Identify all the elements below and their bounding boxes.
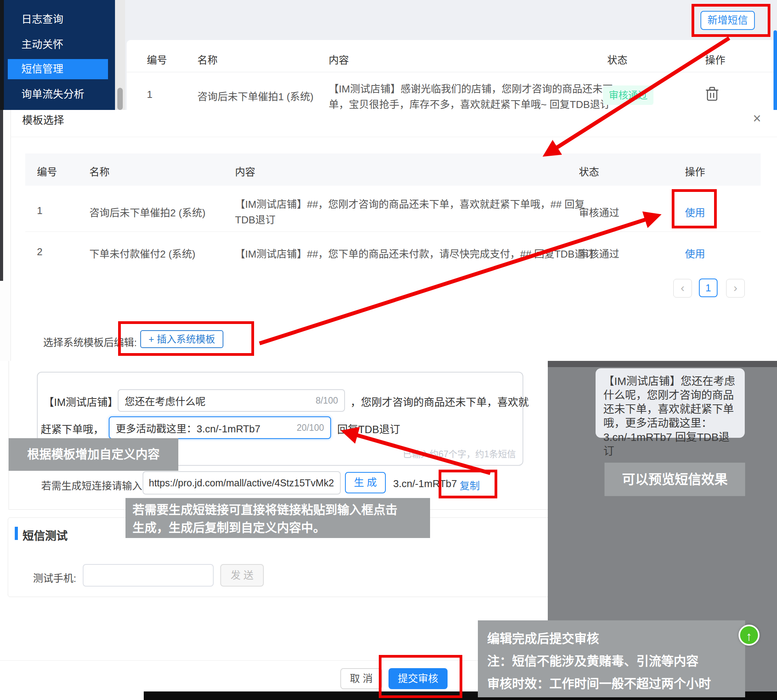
list-row-content-line2: 单，宝贝很抢手，库存不多，喜欢就赶紧下单哦~ 回复TDB退订 [329,96,610,111]
status-badge: 审核通过 [603,85,653,105]
modal-header-divider [10,137,777,137]
highlight-box-insert-template [118,321,254,356]
modal-row-content-line1: 【IM测试店铺】##，您下单的商品还未付款，请尽快完成支付，## 回复TDB退订 [235,246,595,260]
modal-header-name: 名称 [89,164,110,178]
sidebar-item-inquiry-loss-analysis[interactable]: 询单流失分析 [4,84,115,104]
modal-row-name: 下单未付款催付2 (系统) [89,246,195,260]
custom-text-2-counter: 20/100 [297,423,324,433]
use-template-link[interactable]: 使用 [685,246,705,260]
modal-row-content-line1: 【IM测试店铺】##，您刚才咨询的商品还未下单，喜欢就赶紧下单哦，## 回复 [235,196,585,211]
list-row-name: 咨询后未下单催拍1 (系统) [197,89,314,103]
annotation-shortlink-line1: 若需要生成短链接可直接将链接粘贴到输入框点击 [132,501,423,519]
shortlink-url-input[interactable] [143,471,341,495]
cancel-button[interactable]: 取 消 [340,668,382,689]
modal-row-content-line2: TDB退订 [235,212,275,226]
highlight-box-add-sms [692,4,770,37]
modal-row-id: 1 [37,205,42,217]
modal-table-header [25,153,761,186]
list-header-id: 编号 [147,52,167,66]
sms-prefix-label: 【IM测试店铺】 [44,394,118,409]
annotation-submit-line1: 编辑完成后提交审核 [487,627,736,650]
sidebar-item-active-care[interactable]: 主动关怀 [4,35,115,55]
list-header-action: 操作 [705,52,725,66]
pagination-prev-icon[interactable]: ‹ [673,279,692,298]
annotation-preview-tip: 可以预览短信效果 [605,463,745,496]
sidebar-edge [0,0,4,110]
list-row-content-line1: 【IM测试店铺】感谢光临我们的店铺，您刚才咨询的商品还未下 [329,81,613,95]
annotation-submit-line3: 审核时效：工作时间一般不超过两个小时 [487,672,736,695]
modal-row-status: 审核通过 [579,205,619,219]
modal-header-status: 状态 [579,164,599,178]
char-counter: 已输入约67个字，约1条短信 [403,447,516,460]
modal-header-content: 内容 [235,164,255,178]
annotation-submit-tip: 编辑完成后提交审核 注：短信不能涉及黄赌毒、引流等内容 审核时效：工作时间一般不… [478,620,745,697]
list-row-id: 1 [147,89,152,101]
custom-text-1-counter: 8/100 [315,395,338,406]
sms-suffix-text: 回复TDB退订 [337,421,400,436]
custom-text-input-1[interactable]: 您还在考虑什么呢 8/100 [118,389,345,412]
modal-row-id: 2 [37,246,42,258]
sms-test-title: 短信测试 [23,527,68,543]
up-arrow-icon: ↑ [746,629,752,643]
shortlink-label: 若需生成短连接请输入: [41,478,145,492]
dim-mask-strip [548,361,777,367]
section-accent-bar [15,527,18,540]
back-to-top-button[interactable]: ↑ [739,625,760,646]
pagination-page-1[interactable]: 1 [699,279,718,297]
list-header-status: 状态 [607,52,627,66]
sms-management-screen: 日志查询 主动关怀 短信管理 询单流失分析 编号 名称 内容 状态 操作 1 咨… [0,0,777,700]
custom-text-2-value: 更多活动戳这里：3.cn/-1mRTb7 [116,421,294,435]
modal-row-status: 审核通过 [579,246,619,260]
list-header-name: 名称 [197,52,218,66]
background-left-sliver [0,110,3,281]
test-phone-label: 测试手机: [33,570,76,585]
sms-line2-prefix: 赶紧下单哦， [41,421,104,436]
send-button[interactable]: 发 送 [220,564,264,587]
modal-header-action: 操作 [685,164,705,178]
modal-row-divider [25,232,761,232]
list-header-content: 内容 [329,52,349,66]
highlight-box-use-link [672,189,717,228]
test-phone-input[interactable] [83,564,214,587]
sidebar-item-sms-management[interactable]: 短信管理 [8,59,108,79]
list-header-divider [127,72,777,72]
annotation-custom-content: 根据模板增加自定义内容 [9,438,178,471]
sidebar-item-log-query[interactable]: 日志查询 [4,9,115,30]
custom-text-1-value: 您还在考虑什么呢 [125,394,312,408]
annotation-submit-line2: 注：短信不能涉及黄赌毒、引流等内容 [487,650,736,672]
sms-preview-bubble: 【IM测试店铺】您还在考虑什么呢，您刚才咨询的商品还未下单，喜欢就赶紧下单哦，更… [596,368,745,438]
highlight-box-submit [379,655,462,698]
sidebar-scrollbar-thumb[interactable] [117,88,123,110]
modal-header-id: 编号 [37,164,57,178]
sms-mid-text: ，您刚才咨询的商品还未下单，喜欢就 [350,394,529,409]
generate-button[interactable]: 生 成 [345,472,386,493]
modal-title: 模板选择 [22,112,64,127]
custom-text-input-2[interactable]: 更多活动戳这里：3.cn/-1mRTb7 20/100 [109,416,331,439]
close-icon[interactable]: × [753,110,761,127]
modal-row-name: 咨询后未下单催拍2 (系统) [89,205,206,219]
annotation-shortlink-tip: 若需要生成短链接可直接将链接粘贴到输入框点击 生成，生成后复制到自定义内容中。 [125,498,430,538]
highlight-box-copy [439,470,497,498]
trash-icon[interactable] [706,86,719,102]
pagination-next-icon[interactable]: › [726,279,745,298]
annotation-shortlink-line2: 生成，生成后复制到自定义内容中。 [132,519,423,537]
